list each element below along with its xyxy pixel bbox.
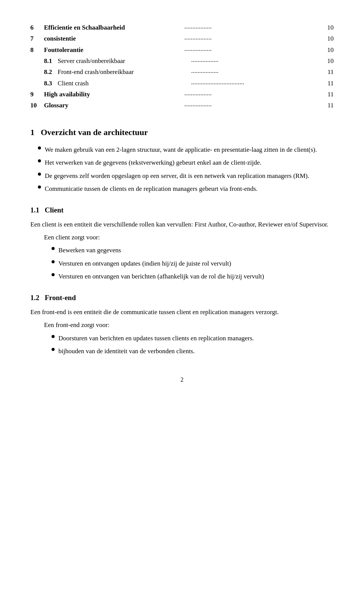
- bullet-icon: [52, 335, 55, 338]
- list-item: Versturen en ontvangen van berichten (af…: [52, 272, 334, 281]
- toc-dots-8-3: .................................: [191, 77, 323, 87]
- toc-page-9: 11: [325, 90, 334, 99]
- toc-page-8-2: 11: [325, 67, 334, 77]
- section-1-1-indent-intro: Een client zorgt voor:: [44, 233, 334, 242]
- section-1-title-text: Overzicht van de architectuur: [41, 127, 148, 137]
- section-1-2-indent-intro: Een front-end zorgt voor:: [44, 320, 334, 330]
- toc-label-8: Fouttolerantie: [44, 45, 183, 55]
- section-1-2: 1.2 Front-end Een front-end is een entit…: [30, 292, 334, 356]
- list-item: Versturen en ontvangen updates (indien h…: [52, 259, 334, 269]
- bullet-text: We maken gebruik van een 2-lagen structu…: [45, 145, 317, 155]
- bullet-icon: [38, 173, 41, 176]
- toc-label-6: Efficientie en Schaalbaarheid: [44, 23, 183, 33]
- bullet-text: bijhouden van de identiteit van de verbo…: [58, 346, 195, 356]
- toc-entry-7: 7 consistentie ................. 10: [30, 34, 334, 44]
- toc-dots-9: .................: [184, 88, 323, 98]
- toc-page-7: 10: [325, 34, 334, 44]
- bullet-text: Het verwerken van de gegevens (tekstverw…: [45, 158, 262, 168]
- bullet-icon: [52, 273, 55, 276]
- toc-entry-9: 9 High availability ................. 11: [30, 90, 334, 99]
- toc-num-8-2: 8.2: [44, 67, 58, 77]
- toc-section: 6 Efficientie en Schaalbaarheid ........…: [30, 23, 334, 111]
- list-item: Bewerken van gegevens: [52, 245, 334, 255]
- toc-entry-8-2: 8.2 Front-end crash/onbereikbaar .......…: [44, 67, 334, 77]
- toc-num-6: 6: [30, 23, 44, 33]
- section-1-2-bullets: Doorsturen van berichten en updates tuss…: [52, 333, 334, 357]
- toc-num-8-1: 8.1: [44, 56, 58, 66]
- toc-label-9: High availability: [44, 90, 183, 99]
- toc-label-8-1: Server crash/onbereikbaar: [58, 56, 190, 66]
- toc-page-10: 11: [325, 101, 334, 110]
- toc-label-10: Glossary: [44, 101, 183, 110]
- toc-label-8-2: Front-end crash/onbereikbaar: [58, 67, 190, 77]
- bullet-icon: [52, 260, 55, 263]
- section-1-bullets: We maken gebruik van een 2-lagen structu…: [38, 145, 334, 194]
- toc-entry-10: 10 Glossary ................. 11: [30, 101, 334, 110]
- list-item: bijhouden van de identiteit van de verbo…: [52, 346, 334, 356]
- toc-entry-8-1: 8.1 Server crash/onbereikbaar ..........…: [44, 56, 334, 66]
- list-item: We maken gebruik van een 2-lagen structu…: [38, 145, 334, 155]
- bullet-text: Versturen en ontvangen updates (indien h…: [58, 259, 231, 269]
- toc-dots-7: .................: [184, 33, 323, 42]
- section-1-2-title-text: Front-end: [45, 294, 76, 302]
- list-item: Het verwerken van de gegevens (tekstverw…: [38, 158, 334, 168]
- bullet-icon: [52, 348, 55, 351]
- bullet-text: Bewerken van gegevens: [58, 245, 121, 255]
- bullet-icon: [38, 146, 41, 149]
- section-1-1: 1.1 Client Een client is een entiteit di…: [30, 204, 334, 281]
- toc-num-8-3: 8.3: [44, 79, 58, 88]
- list-item: De gegevens zelf worden opgeslagen op ee…: [38, 171, 334, 181]
- page-number: 2: [30, 375, 334, 385]
- list-item: Communicatie tussen de clients en de rep…: [38, 184, 334, 194]
- toc-page-8-3: 11: [325, 79, 334, 88]
- section-1-2-number: 1.2: [30, 294, 39, 302]
- toc-dots-8-2: .................: [191, 66, 323, 76]
- section-1-number: 1: [30, 127, 35, 137]
- toc-label-7: consistentie: [44, 34, 183, 44]
- toc-entry-8-3: 8.3 Client crash .......................…: [44, 79, 334, 88]
- section-1-1-number: 1.1: [30, 206, 39, 214]
- toc-dots-8-1: .................: [191, 55, 323, 65]
- section-1-2-intro: Een front-end is een entiteit die de com…: [30, 307, 334, 317]
- bullet-text: De gegevens zelf worden opgeslagen op ee…: [45, 171, 309, 181]
- section-1-2-title: 1.2 Front-end: [30, 292, 334, 303]
- section-1-1-title-text: Client: [45, 206, 64, 214]
- section-1-title: 1 Overzicht van de architectuur: [30, 126, 334, 139]
- toc-num-10: 10: [30, 101, 44, 110]
- toc-entry-6: 6 Efficientie en Schaalbaarheid ........…: [30, 23, 334, 33]
- toc-page-6: 10: [325, 23, 334, 33]
- toc-dots-6: .................: [184, 22, 323, 31]
- toc-num-7: 7: [30, 34, 44, 44]
- bullet-text: Communicatie tussen de clients en de rep…: [45, 184, 257, 194]
- bullet-icon: [38, 159, 41, 162]
- bullet-text: Doorsturen van berichten en updates tuss…: [58, 333, 254, 343]
- toc-page-8-1: 10: [325, 56, 334, 66]
- section-1-1-title: 1.1 Client: [30, 204, 334, 215]
- list-item: Doorsturen van berichten en updates tuss…: [52, 333, 334, 343]
- bullet-icon: [38, 186, 41, 189]
- toc-num-8: 8: [30, 45, 44, 55]
- section-1-1-intro: Een client is een entiteit die verschill…: [30, 220, 334, 230]
- toc-dots-8: .................: [184, 44, 323, 54]
- toc-num-9: 9: [30, 90, 44, 99]
- bullet-icon: [52, 247, 55, 250]
- bullet-text: Versturen en ontvangen van berichten (af…: [58, 272, 264, 281]
- toc-entry-8: 8 Fouttolerantie ................. 10: [30, 45, 334, 55]
- section-1-1-bullets: Bewerken van gegevens Versturen en ontva…: [52, 245, 334, 281]
- toc-dots-10: .................: [184, 99, 323, 109]
- toc-label-8-3: Client crash: [58, 79, 190, 88]
- section-1: 1 Overzicht van de architectuur We maken…: [30, 126, 334, 194]
- toc-page-8: 10: [325, 45, 334, 55]
